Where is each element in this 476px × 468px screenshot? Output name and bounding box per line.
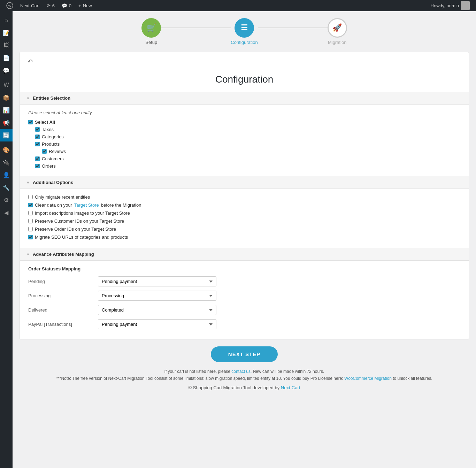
updates-item[interactable]: ⟳ 6: [43, 0, 58, 11]
new-label: New: [83, 3, 92, 8]
avatar: [461, 1, 470, 10]
step-setup: 🛒 Setup: [141, 18, 161, 45]
sidebar-item-comments[interactable]: 💬: [0, 64, 13, 77]
sidebar-item-appearance[interactable]: 🎨: [0, 144, 13, 156]
step-line-2: [258, 28, 328, 28]
comments-item[interactable]: 💬 0: [58, 0, 75, 11]
admin-bar: W Next-Cart ⟳ 6 💬 0 + New Howdy, admin: [0, 0, 476, 11]
reviews-item[interactable]: Reviews: [42, 149, 460, 154]
sidebar-item-plugins[interactable]: 🔌: [0, 156, 13, 169]
footer-note2-text: ***Note: The free version of Next-Cart M…: [56, 376, 344, 381]
sidebar-item-posts[interactable]: 📝: [0, 26, 13, 39]
sidebar: ⌂ 📝 🖼 📄 💬 W 📦 📊 📢 🔄 🎨 🔌 👤 🔧 ⚙ ◀: [0, 11, 13, 468]
preserve-order-label: Preserve Order IDs on your Target Store: [35, 227, 116, 232]
sidebar-item-tools[interactable]: 🔧: [0, 181, 13, 194]
products-item[interactable]: Products: [35, 141, 460, 147]
entities-section-body: Please select at least one entity. Selec…: [20, 105, 469, 176]
target-store-link[interactable]: Target Store: [74, 202, 99, 208]
site-name-item[interactable]: Next-Cart: [17, 0, 43, 11]
categories-item[interactable]: Categories: [35, 134, 460, 139]
mapping-label-pending: Pending: [28, 279, 98, 284]
select-all-checkbox[interactable]: [28, 120, 33, 124]
footer-copyright: © Shopping Cart Migration Tool developed…: [20, 385, 469, 390]
plus-icon: +: [78, 3, 81, 8]
step-migration-circle: 🚀: [328, 18, 347, 38]
new-item[interactable]: + New: [75, 0, 95, 11]
orders-label: Orders: [42, 163, 56, 169]
svg-text:W: W: [8, 4, 11, 8]
wp-logo-item[interactable]: W: [3, 0, 17, 11]
seo-checkbox[interactable]: [28, 235, 33, 239]
copyright-text: © Shopping Cart Migration Tool developed…: [189, 385, 281, 390]
sidebar-item-users[interactable]: 👤: [0, 169, 13, 181]
additional-section-body: Only migrate recent entities Clear data …: [20, 189, 469, 248]
howdy-item[interactable]: Howdy, admin: [427, 0, 473, 11]
select-all-item[interactable]: Select All: [28, 120, 460, 125]
mapping-section-header: ▼ Advance Attributes Mapping: [20, 248, 469, 261]
products-checkbox[interactable]: [35, 142, 40, 146]
woocommerce-migration-link[interactable]: WooCommerce Migration: [344, 376, 392, 381]
sidebar-item-products[interactable]: 📦: [0, 91, 13, 104]
next-step-button[interactable]: NEXT STEP: [211, 346, 278, 362]
howdy-text: Howdy, admin: [431, 3, 459, 8]
back-button[interactable]: ↶: [26, 56, 34, 67]
mapping-label-paypal: PayPal [Transactions]: [28, 322, 98, 327]
sidebar-item-analytics[interactable]: 📊: [0, 104, 13, 116]
option-import-desc[interactable]: Import descriptions images to your Targe…: [28, 210, 460, 216]
mapping-row-processing: Processing Pending payment Processing On…: [28, 291, 460, 301]
mapping-select-delivered[interactable]: Pending payment Processing On hold Compl…: [98, 305, 216, 315]
reviews-label: Reviews: [49, 149, 66, 154]
sidebar-item-media[interactable]: 🖼: [0, 39, 13, 52]
contact-us-link[interactable]: contact us: [231, 369, 251, 374]
page-title: Configuration: [20, 74, 469, 85]
orders-item[interactable]: Orders: [35, 163, 460, 169]
nextcart-link[interactable]: Next-Cart: [281, 385, 300, 390]
sidebar-item-collapse[interactable]: ◀: [0, 206, 13, 219]
cart-icon: 🛒: [147, 23, 156, 32]
sidebar-item-pages[interactable]: 📄: [0, 52, 13, 64]
orders-checkbox[interactable]: [35, 164, 40, 168]
recent-checkbox[interactable]: [28, 195, 33, 199]
mapping-triangle-icon: ▼: [26, 252, 30, 256]
preserve-order-checkbox[interactable]: [28, 227, 33, 231]
config-icon: ☰: [241, 23, 248, 32]
select-all-label: Select All: [35, 120, 55, 125]
reviews-checkbox[interactable]: [42, 149, 47, 154]
categories-checkbox[interactable]: [35, 135, 40, 139]
preserve-customer-checkbox[interactable]: [28, 219, 33, 223]
sidebar-item-settings[interactable]: ⚙: [0, 194, 13, 206]
mapping-select-pending[interactable]: Pending payment Processing On hold Compl…: [98, 276, 216, 286]
footer-note1-after: . New cart will be made within 72 hours.: [251, 369, 324, 374]
step-configuration-label: Configuration: [231, 40, 258, 45]
customers-checkbox[interactable]: [35, 156, 40, 161]
taxes-checkbox[interactable]: [35, 127, 40, 132]
sidebar-item-nextcart[interactable]: 🔄: [0, 129, 13, 141]
footer-note1-before: If your cart is not listed here, please: [164, 369, 232, 374]
option-preserve-order[interactable]: Preserve Order IDs on your Target Store: [28, 227, 460, 232]
footer-note-2: ***Note: The free version of Next-Cart M…: [20, 376, 469, 381]
option-seo[interactable]: Migrate SEO URLs of categories and produ…: [28, 235, 460, 240]
step-configuration: ☰ Configuration: [231, 18, 258, 45]
step-configuration-circle: ☰: [235, 18, 254, 38]
mapping-select-processing[interactable]: Pending payment Processing On hold Compl…: [98, 291, 216, 301]
option-preserve-customer[interactable]: Preserve Customer IDs on your Target Sto…: [28, 218, 460, 224]
footer-note2-after: to unlock all features.: [392, 376, 432, 381]
option-recent[interactable]: Only migrate recent entities: [28, 194, 460, 200]
step-migration: 🚀 Migration: [328, 18, 347, 45]
option-clear[interactable]: Clear data on your Target Store before t…: [28, 202, 460, 208]
taxes-item[interactable]: Taxes: [35, 127, 460, 132]
additional-triangle-icon: ▼: [26, 181, 30, 185]
sidebar-item-marketing[interactable]: 📢: [0, 116, 13, 129]
mapping-label-processing: Processing: [28, 293, 98, 298]
sidebar-item-woo[interactable]: W: [0, 79, 13, 91]
stepper: 🛒 Setup ☰ Configuration 🚀 Migration: [20, 18, 469, 45]
sidebar-item-dashboard[interactable]: ⌂: [0, 14, 13, 26]
rocket-icon: 🚀: [332, 23, 342, 32]
seo-label: Migrate SEO URLs of categories and produ…: [35, 235, 128, 240]
customers-item[interactable]: Customers: [35, 156, 460, 161]
clear-checkbox[interactable]: [28, 203, 33, 207]
mapping-section-body: Order Statuses Mapping Pending Pending p…: [20, 261, 469, 339]
mapping-section-title: Advance Attributes Mapping: [33, 252, 94, 257]
import-desc-checkbox[interactable]: [28, 211, 33, 215]
mapping-select-paypal[interactable]: Pending payment Processing On hold Compl…: [98, 319, 216, 329]
